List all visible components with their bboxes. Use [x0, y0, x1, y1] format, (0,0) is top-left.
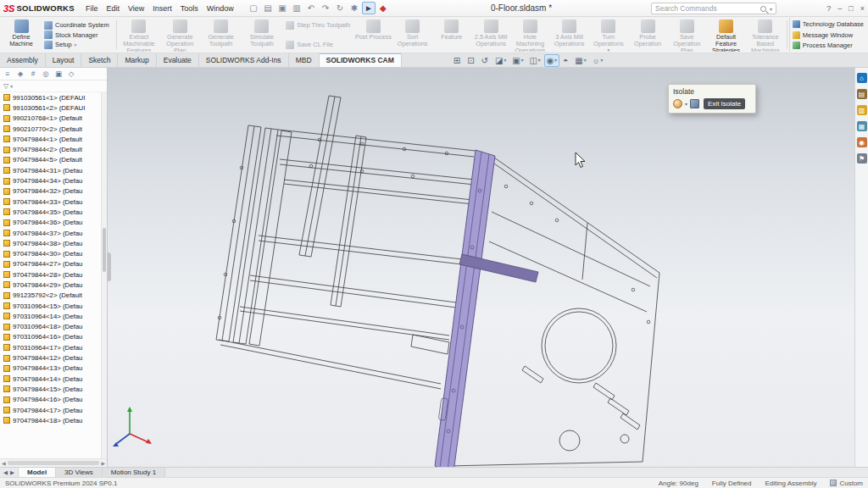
tree-item[interactable]: 970479844<36> (Defau — [0, 218, 101, 228]
tree-item[interactable]: 970310964<14> (Defau — [0, 311, 101, 321]
tree-item[interactable]: 970310964<18> (Defau — [0, 322, 101, 332]
edit-appearance-icon[interactable]: ◓ — [560, 54, 571, 67]
tab-scroll-arrows[interactable]: ◀ ▶ — [0, 468, 19, 477]
ribbon-button[interactable]: Feature — [432, 18, 471, 52]
ribbon-button[interactable]: Probe Operation — [628, 18, 667, 52]
tree-item[interactable]: 970479844<17> (Defau — [0, 405, 101, 415]
save-icon[interactable]: ▣ — [275, 2, 289, 14]
tree-item[interactable]: 970479844<32> (Defau — [0, 186, 101, 197]
undo-icon[interactable]: ↶ — [304, 2, 318, 14]
status-configuration[interactable]: Custom — [830, 480, 863, 487]
apply-scene-icon[interactable]: ▦▾ — [572, 54, 588, 67]
ribbon-toggle[interactable]: Process Manager — [793, 42, 864, 49]
select-arrow-icon[interactable]: ► — [362, 2, 376, 14]
tree-horizontal-scrollbar[interactable]: ◀ ▶ — [0, 458, 107, 467]
document-tab[interactable]: Model — [19, 468, 56, 477]
tree-item[interactable]: 970479844<15> (Defau — [0, 384, 101, 394]
view-settings-icon[interactable]: ☼▾ — [589, 54, 605, 67]
tree-item[interactable]: 970479844<31> (Defau — [0, 165, 101, 175]
menu-item[interactable]: Insert — [148, 4, 176, 13]
ribbon-button[interactable]: Sort Operations — [393, 18, 432, 52]
ribbon-tab[interactable]: Sketch — [81, 53, 118, 67]
tree-item[interactable]: 970479844<38> (Defau — [0, 238, 101, 248]
search-caret-icon[interactable]: ▾ — [770, 6, 772, 12]
options-icon[interactable]: ✱ — [348, 2, 361, 14]
ribbon-toggle[interactable]: Technology Database — [793, 20, 864, 28]
tree-item[interactable]: 991030561<1> (DEFAUI — [0, 92, 101, 103]
tree-item[interactable]: 970479844<37> (Defau — [0, 228, 101, 238]
ribbon-tab[interactable]: Assembly — [0, 53, 46, 67]
ribbon-tab[interactable]: Markup — [118, 53, 156, 67]
menu-item[interactable]: Window — [203, 4, 238, 13]
menu-item[interactable]: Tools — [176, 4, 203, 13]
tree-item[interactable]: 970310964<15> (Defau — [0, 301, 101, 311]
graphics-area[interactable]: Isolate ▾ Exit Isolate — [108, 68, 854, 467]
tree-item[interactable]: 970479844<28> (Defau — [0, 269, 101, 280]
tree-item[interactable]: 970479844<34> (Defau — [0, 175, 101, 186]
hide-show-icon[interactable]: ◉▾ — [544, 54, 560, 67]
tree-item[interactable]: 970479844<18> (Defau — [0, 415, 101, 425]
open-file-icon[interactable]: ▤ — [261, 2, 275, 14]
zoom-area-icon[interactable]: ⊡ — [465, 54, 477, 67]
tab-scroll-left-icon[interactable]: ◀ — [3, 469, 8, 476]
new-file-icon[interactable]: ▢ — [247, 2, 260, 14]
ribbon-small-button[interactable]: Setup ▾ — [42, 40, 114, 49]
ribbon-button[interactable]: Generate Operation Plan — [159, 18, 200, 52]
ribbon-button[interactable]: Tolerance Based Machining — [746, 18, 785, 52]
dimxpertmanager-icon[interactable]: ◎ — [41, 69, 51, 79]
ribbon-button[interactable]: 3 Axis Mill Operations — [549, 18, 588, 52]
ribbon-button[interactable]: Save Operation Plan — [667, 18, 706, 52]
tree-item[interactable]: 970479844<2> (Default — [0, 144, 101, 154]
define-machine-button[interactable]: Define Machine — [2, 18, 41, 52]
tree-item[interactable]: 970479844<12> (Defau — [0, 352, 101, 363]
tree-item[interactable]: 970310964<17> (Defau — [0, 342, 101, 352]
ribbon-tab[interactable]: MBD — [289, 53, 320, 67]
ribbon-toggle[interactable]: Message Window — [793, 31, 864, 39]
ribbon-small-button[interactable]: Save CL File — [284, 40, 352, 49]
tree-filter-row[interactable]: ▽ ▾ — [0, 80, 107, 92]
tree-item[interactable]: 990210770<2> (Default — [0, 124, 101, 134]
ribbon-button[interactable]: Turn Operations ▾ — [589, 18, 628, 52]
zoom-fit-icon[interactable]: ⊞ — [451, 54, 464, 67]
cam-icon[interactable]: ◆ — [376, 2, 390, 14]
display-style-icon[interactable]: ◫▾ — [526, 54, 542, 67]
filter-icon[interactable]: ▽ — [3, 82, 8, 90]
rebuild-icon[interactable]: ↻ — [333, 2, 347, 14]
tree-item[interactable]: 990210768<1> (Default — [0, 114, 101, 124]
tree-item[interactable]: 970479844<27> (Defau — [0, 259, 101, 269]
tree-item[interactable]: 970479844<30> (Defau — [0, 248, 101, 258]
scrollbar-thumb[interactable] — [8, 461, 100, 465]
tree-item[interactable]: 991235792<2> (Default — [0, 291, 101, 301]
ribbon-small-button[interactable]: Coordinate System — [42, 20, 114, 30]
document-tab[interactable]: 3D Views — [56, 468, 103, 477]
tree-item[interactable]: 970479844<29> (Defau — [0, 280, 101, 290]
tree-item[interactable]: 991030561<2> (DEFAUI — [0, 103, 101, 113]
filter-caret-icon[interactable]: ▾ — [10, 84, 13, 89]
tree-vertical-scrollbar[interactable] — [101, 92, 107, 458]
minimize-icon[interactable]: – — [837, 4, 842, 13]
propertymanager-icon[interactable]: ◈ — [15, 69, 25, 79]
ribbon-small-button[interactable]: Step Thru Toolpath — [284, 20, 352, 30]
scroll-left-icon[interactable]: ◀ — [2, 460, 6, 466]
tree-item[interactable]: 970479844<33> (Defau — [0, 197, 101, 207]
previous-view-icon[interactable]: ↺ — [479, 54, 492, 67]
menu-item[interactable]: View — [124, 4, 148, 13]
ribbon-button[interactable]: Default Feature Strategies — [706, 18, 745, 52]
configurationmanager-icon[interactable]: # — [28, 69, 38, 79]
ribbon-tab[interactable]: Evaluate — [157, 53, 199, 67]
displaymanager-icon[interactable]: ▣ — [53, 69, 64, 79]
ribbon-button[interactable]: 2.5 Axis Mill Operations — [471, 18, 510, 52]
isolate-appearance-icon[interactable] — [673, 99, 682, 108]
tab-scroll-right-icon[interactable]: ▶ — [10, 469, 14, 476]
tree-item[interactable]: 970479844<14> (Defau — [0, 374, 101, 384]
isolate-appearance-caret-icon[interactable]: ▾ — [685, 101, 687, 107]
ribbon-button[interactable]: Post Process — [353, 18, 392, 52]
ribbon-tab[interactable]: Layout — [46, 53, 82, 67]
view-orientation-icon[interactable]: ▣▾ — [509, 54, 526, 67]
custom-properties-icon[interactable]: ⚑ — [857, 153, 867, 164]
ribbon-button[interactable]: Simulate Toolpath — [242, 18, 282, 52]
menu-item[interactable]: Edit — [102, 4, 124, 13]
scroll-right-icon[interactable]: ▶ — [101, 460, 105, 466]
ribbon-button[interactable]: Generate Toolpath — [200, 18, 241, 52]
solidworks-resources-icon[interactable]: ⌂ — [857, 73, 867, 83]
